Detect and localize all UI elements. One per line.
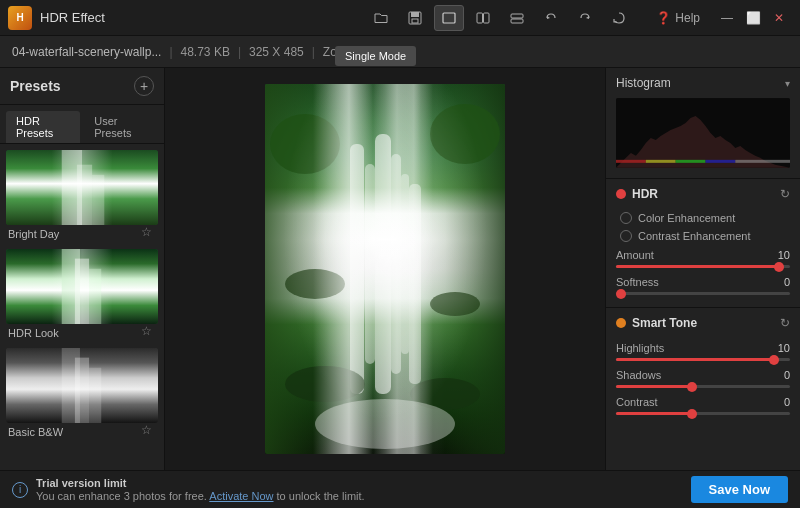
contrast-slider[interactable] bbox=[616, 412, 790, 415]
preset-item-basic-bw[interactable]: ☆ Basic B&W bbox=[6, 348, 158, 441]
softness-slider-thumb[interactable] bbox=[616, 289, 626, 299]
preset-star[interactable]: ☆ bbox=[141, 225, 152, 239]
image-container bbox=[265, 84, 505, 454]
tab-hdr-presets[interactable]: HDR Presets bbox=[6, 111, 80, 143]
save-now-button[interactable]: Save Now bbox=[691, 476, 788, 503]
color-enhancement-radio[interactable]: Color Enhancement bbox=[606, 209, 800, 227]
preset-item-bright-day[interactable]: ☆ Bright Day bbox=[6, 150, 158, 243]
amount-slider[interactable] bbox=[616, 265, 790, 268]
smart-tone-toggle-dot[interactable] bbox=[616, 318, 626, 328]
shadows-slider-thumb[interactable] bbox=[687, 382, 697, 392]
contrast-enhancement-radio[interactable]: Contrast Enhancement bbox=[606, 227, 800, 245]
svg-rect-27 bbox=[409, 184, 421, 384]
help-label: Help bbox=[675, 11, 700, 25]
svg-point-29 bbox=[430, 292, 480, 316]
contrast-enhancement-radio-circle[interactable] bbox=[620, 230, 632, 242]
app-logo: H bbox=[8, 6, 32, 30]
trial-description: You can enhance 3 photos for free. bbox=[36, 490, 207, 502]
open-file-button[interactable] bbox=[366, 5, 396, 31]
svg-rect-21 bbox=[265, 84, 505, 454]
hdr-refresh-button[interactable]: ↻ bbox=[780, 187, 790, 201]
activate-now-link[interactable]: Activate Now bbox=[209, 490, 273, 502]
contrast-slider-thumb[interactable] bbox=[687, 409, 697, 419]
shadows-value: 0 bbox=[784, 369, 790, 381]
highlights-slider[interactable] bbox=[616, 358, 790, 361]
split-mode-button[interactable] bbox=[468, 5, 498, 31]
amount-value: 10 bbox=[778, 249, 790, 261]
tab-user-presets[interactable]: User Presets bbox=[84, 111, 158, 143]
redo-button[interactable] bbox=[570, 5, 600, 31]
minimize-button[interactable]: — bbox=[714, 5, 740, 31]
hdr-toggle-dot[interactable] bbox=[616, 189, 626, 199]
canvas-area bbox=[165, 68, 605, 470]
amount-slider-row: Amount 10 bbox=[606, 245, 800, 272]
svg-rect-8 bbox=[6, 150, 158, 225]
svg-rect-5 bbox=[484, 13, 490, 23]
trial-title: Trial version limit bbox=[36, 477, 683, 489]
softness-slider-row: Softness 0 bbox=[606, 272, 800, 299]
contrast-slider-fill bbox=[616, 412, 694, 415]
svg-rect-24 bbox=[375, 134, 391, 394]
histogram-header[interactable]: Histogram ▾ bbox=[606, 68, 800, 98]
shadows-slider[interactable] bbox=[616, 385, 790, 388]
svg-point-34 bbox=[430, 104, 500, 164]
preset-star-hdr[interactable]: ☆ bbox=[141, 324, 152, 338]
svg-rect-40 bbox=[735, 160, 790, 163]
contrast-label: Contrast bbox=[616, 396, 658, 408]
trial-unlock-text: to unlock the limit. bbox=[277, 490, 365, 502]
rotate-button[interactable] bbox=[604, 5, 634, 31]
histogram-chevron: ▾ bbox=[785, 78, 790, 89]
infobar: 04-waterfall-scenery-wallp... | 48.73 KB… bbox=[0, 36, 800, 68]
amount-slider-fill bbox=[616, 265, 781, 268]
hdr-header: HDR ↻ bbox=[606, 179, 800, 209]
highlights-slider-thumb[interactable] bbox=[769, 355, 779, 365]
svg-rect-12 bbox=[6, 249, 158, 324]
contrast-enhancement-label: Contrast Enhancement bbox=[638, 230, 751, 242]
zoom-slider-thumb[interactable]: ● bbox=[407, 46, 413, 57]
softness-value: 0 bbox=[784, 276, 790, 288]
svg-rect-4 bbox=[477, 13, 483, 23]
amount-slider-thumb[interactable] bbox=[774, 262, 784, 272]
histogram-title: Histogram bbox=[616, 76, 671, 90]
undo-button[interactable] bbox=[536, 5, 566, 31]
preset-thumb-bw bbox=[6, 348, 158, 423]
svg-rect-14 bbox=[75, 259, 89, 324]
svg-rect-38 bbox=[676, 160, 706, 163]
maximize-button[interactable]: ⬜ bbox=[740, 5, 766, 31]
histogram-display bbox=[616, 98, 790, 168]
highlights-label: Highlights bbox=[616, 342, 664, 354]
smart-tone-refresh-button[interactable]: ↻ bbox=[780, 316, 790, 330]
svg-rect-6 bbox=[511, 14, 523, 18]
help-icon: ❓ bbox=[656, 11, 671, 25]
save-file-button[interactable] bbox=[400, 5, 430, 31]
add-preset-button[interactable]: + bbox=[134, 76, 154, 96]
compare-mode-button[interactable] bbox=[502, 5, 532, 31]
svg-rect-11 bbox=[92, 175, 104, 225]
svg-rect-7 bbox=[511, 19, 523, 23]
shadows-slider-fill bbox=[616, 385, 694, 388]
highlights-value: 10 bbox=[778, 342, 790, 354]
svg-rect-26 bbox=[401, 174, 409, 354]
single-mode-button[interactable] bbox=[434, 5, 464, 31]
svg-point-31 bbox=[410, 378, 480, 410]
svg-point-28 bbox=[285, 269, 345, 299]
zoom-label: Zoom: bbox=[323, 45, 357, 59]
svg-rect-13 bbox=[62, 249, 80, 324]
smart-tone-header: Smart Tone ↻ bbox=[606, 308, 800, 338]
preset-item-hdr-look[interactable]: ☆ HDR Look bbox=[6, 249, 158, 342]
main-image bbox=[265, 84, 505, 454]
trial-text: Trial version limit You can enhance 3 ph… bbox=[36, 477, 683, 502]
hdr-title: HDR bbox=[632, 187, 658, 201]
close-button[interactable]: ✕ bbox=[766, 5, 792, 31]
softness-slider[interactable] bbox=[616, 292, 790, 295]
contrast-value: 0 bbox=[784, 396, 790, 408]
toolbar bbox=[366, 5, 634, 31]
preset-star-bw[interactable]: ☆ bbox=[141, 423, 152, 437]
color-enhancement-label: Color Enhancement bbox=[638, 212, 735, 224]
hdr-section: HDR ↻ Color Enhancement Contrast Enhance… bbox=[606, 179, 800, 308]
highlights-slider-fill bbox=[616, 358, 776, 361]
help-button[interactable]: ❓ Help bbox=[650, 9, 706, 27]
svg-rect-37 bbox=[646, 160, 676, 163]
svg-rect-20 bbox=[265, 84, 505, 454]
color-enhancement-radio-circle[interactable] bbox=[620, 212, 632, 224]
